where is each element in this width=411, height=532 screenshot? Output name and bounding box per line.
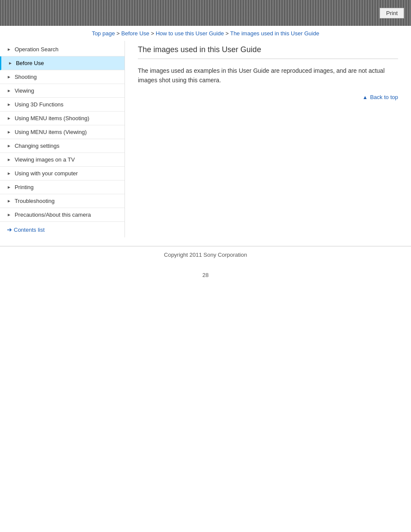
breadcrumb: Top page > Before Use > How to use this … xyxy=(0,26,411,41)
sidebar-item-troubleshooting[interactable]: ► Troubleshooting xyxy=(0,194,125,208)
triangle-up-icon: ▲ xyxy=(362,94,367,100)
sidebar-item-menu-shooting[interactable]: ► Using MENU items (Shooting) xyxy=(0,112,125,125)
sidebar-item-viewing[interactable]: ► Viewing xyxy=(0,84,125,98)
sidebar-item-viewing-tv[interactable]: ► Viewing images on a TV xyxy=(0,153,125,167)
sidebar-link-printing[interactable]: Printing xyxy=(15,184,34,190)
sidebar-link-menu-shooting[interactable]: Using MENU items (Shooting) xyxy=(15,115,89,121)
arrow-icon-precautions: ► xyxy=(7,212,11,217)
contents-list-link-container: ➔ Contents list xyxy=(0,222,125,237)
arrow-icon-3d-functions: ► xyxy=(7,102,11,107)
sidebar-item-before-use[interactable]: ► Before Use xyxy=(0,56,125,70)
sidebar-item-precautions[interactable]: ► Precautions/About this camera xyxy=(0,208,125,222)
sidebar-link-3d-functions[interactable]: Using 3D Functions xyxy=(15,101,63,108)
breadcrumb-sep-2: > xyxy=(151,30,156,37)
contents-list-label: Contents list xyxy=(14,227,45,233)
arrow-icon-printing: ► xyxy=(7,185,11,190)
arrow-icon-changing-settings: ► xyxy=(7,143,11,148)
arrow-icon-before-use: ► xyxy=(8,61,12,65)
sidebar-item-changing-settings[interactable]: ► Changing settings xyxy=(0,139,125,153)
breadcrumb-how-to-use[interactable]: How to use this User Guide xyxy=(156,30,224,37)
sidebar-item-shooting[interactable]: ► Shooting xyxy=(0,70,125,84)
sidebar-item-computer[interactable]: ► Using with your computer xyxy=(0,167,125,180)
arrow-icon-viewing-tv: ► xyxy=(7,157,11,162)
print-button[interactable]: Print xyxy=(380,8,404,19)
content-body-text: The images used as examples in this User… xyxy=(138,66,398,85)
breadcrumb-sep-1: > xyxy=(116,30,121,37)
arrow-right-icon: ➔ xyxy=(7,226,12,233)
back-to-top-link[interactable]: ▲ Back to top xyxy=(362,94,398,100)
sidebar-link-troubleshooting[interactable]: Troubleshooting xyxy=(15,198,55,204)
back-to-top: ▲ Back to top xyxy=(138,94,398,100)
arrow-icon-troubleshooting: ► xyxy=(7,199,11,203)
page-number-value: 28 xyxy=(202,272,209,278)
breadcrumb-before-use[interactable]: Before Use xyxy=(121,30,149,37)
page-number: 28 xyxy=(0,263,411,287)
sidebar-item-3d-functions[interactable]: ► Using 3D Functions xyxy=(0,98,125,112)
sidebar-link-precautions[interactable]: Precautions/About this camera xyxy=(15,212,91,218)
arrow-icon-menu-shooting: ► xyxy=(7,116,11,121)
page-title: The images used in this User Guide xyxy=(138,45,398,59)
sidebar-link-menu-viewing[interactable]: Using MENU items (Viewing) xyxy=(15,129,87,135)
content-area: The images used in this User Guide The i… xyxy=(125,41,411,237)
header-bar: Print xyxy=(0,0,411,26)
sidebar-item-operation-search[interactable]: ► Operation Search xyxy=(0,43,125,56)
sidebar-link-viewing-tv[interactable]: Viewing images on a TV xyxy=(15,156,75,163)
sidebar: ► Operation Search ► Before Use ► Shooti… xyxy=(0,41,125,237)
breadcrumb-top-page[interactable]: Top page xyxy=(92,30,115,37)
contents-list-link[interactable]: ➔ Contents list xyxy=(7,226,118,233)
breadcrumb-sep-3: > xyxy=(225,30,230,37)
arrow-icon-operation-search: ► xyxy=(7,47,11,52)
sidebar-link-changing-settings[interactable]: Changing settings xyxy=(15,143,59,149)
sidebar-link-viewing[interactable]: Viewing xyxy=(15,87,34,94)
arrow-icon-menu-viewing: ► xyxy=(7,130,11,134)
sidebar-item-printing[interactable]: ► Printing xyxy=(0,180,125,194)
back-to-top-label: Back to top xyxy=(370,94,398,100)
arrow-icon-shooting: ► xyxy=(7,75,11,79)
sidebar-item-menu-viewing[interactable]: ► Using MENU items (Viewing) xyxy=(0,125,125,139)
main-layout: ► Operation Search ► Before Use ► Shooti… xyxy=(0,41,411,237)
arrow-icon-viewing: ► xyxy=(7,88,11,93)
arrow-icon-computer: ► xyxy=(7,171,11,176)
sidebar-link-operation-search[interactable]: Operation Search xyxy=(15,46,59,53)
breadcrumb-images-used[interactable]: The images used in this User Guide xyxy=(230,30,319,37)
sidebar-link-computer[interactable]: Using with your computer xyxy=(15,170,78,177)
footer: Copyright 2011 Sony Corporation xyxy=(0,246,411,263)
copyright-text: Copyright 2011 Sony Corporation xyxy=(164,252,247,258)
sidebar-link-before-use[interactable]: Before Use xyxy=(16,60,44,66)
sidebar-link-shooting[interactable]: Shooting xyxy=(15,74,37,80)
